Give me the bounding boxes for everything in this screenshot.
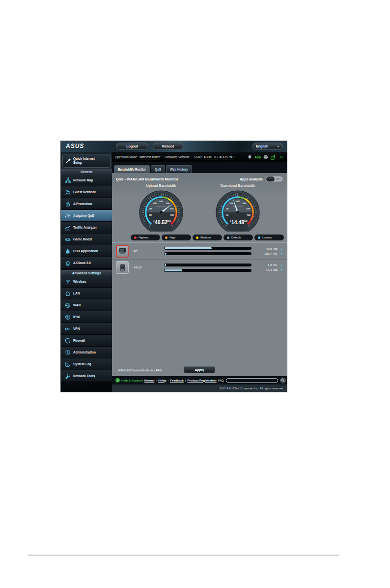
- upload-arrow-icon: ▲: [280, 247, 283, 250]
- svg-text:10M: 10M: [153, 202, 157, 205]
- notification-bell-icon[interactable]: [248, 155, 252, 160]
- svg-text:bits per second: bits per second: [233, 206, 243, 207]
- svg-text:75M: 75M: [247, 214, 251, 216]
- download-bandwidth-gauge: 01M2M10M20M30M50M75M100Mbits per second1…: [208, 189, 267, 234]
- sidebar-section-general: General: [61, 169, 112, 175]
- download-gauge-title: Download Bandwidth: [208, 183, 267, 188]
- apps-analysis-label: Apps analysis: [240, 177, 263, 181]
- globe-icon: [64, 302, 71, 308]
- apply-button[interactable]: Apply: [184, 366, 215, 373]
- sidebar-item-guest-network[interactable]: Guest Network: [61, 186, 112, 198]
- feedback-link[interactable]: Feedback: [170, 379, 184, 382]
- faq-search-input[interactable]: [226, 378, 278, 383]
- download-bar: [164, 269, 251, 272]
- sidebar-item-network-map[interactable]: Network Map: [61, 175, 112, 186]
- sidebar-item-lan[interactable]: LAN: [61, 288, 112, 299]
- footer-bar: ? Help & Support Manual| Utility| Feedba…: [112, 376, 287, 384]
- phone-device-icon[interactable]: [116, 261, 129, 274]
- ssid-5g-link[interactable]: ASUS_5G: [220, 155, 234, 159]
- sidebar-item-system-log[interactable]: System Log: [61, 358, 112, 370]
- tab-web-history[interactable]: Web History: [166, 165, 192, 173]
- sidebar-item-aiprotection[interactable]: AiProtection: [61, 198, 112, 210]
- sidebar-item-game-boost[interactable]: Game Boost: [61, 234, 112, 245]
- puzzle-icon: [64, 248, 71, 254]
- internet-status-icon[interactable]: [271, 155, 276, 160]
- priority-legend: Highest High Medium Default Lowest: [112, 234, 287, 242]
- house-icon: [64, 290, 71, 296]
- svg-text:50M: 50M: [170, 207, 174, 210]
- logout-button[interactable]: Logout: [116, 143, 148, 150]
- device-row-pc: PC 40.5Mb▲ 300.7Kb▼: [112, 243, 287, 259]
- sidebar-item-label: LAN: [73, 292, 80, 295]
- sidebar-item-wan[interactable]: WAN: [61, 299, 112, 311]
- tab-bandwidth-monitor[interactable]: Bandwidth Monitor: [114, 165, 150, 173]
- tab-qos[interactable]: QoS: [151, 165, 165, 173]
- legend-dot: [258, 236, 260, 239]
- svg-text:10M: 10M: [229, 202, 233, 205]
- upload-gauge-title: Upload Bandwidth: [132, 183, 191, 188]
- search-button[interactable]: [280, 378, 286, 383]
- sidebar-item-firewall[interactable]: Firewall: [61, 335, 112, 347]
- svg-text:14.45: 14.45: [231, 220, 244, 225]
- sidebar-item-vpn[interactable]: VPN: [61, 323, 112, 335]
- legend-dot: [227, 236, 229, 239]
- operation-mode-link[interactable]: Wireless router: [139, 155, 160, 159]
- wifi-icon: [64, 278, 71, 285]
- sidebar-item-label: Game Boost: [73, 237, 92, 241]
- svg-text:20M: 20M: [159, 200, 163, 203]
- page-title: QoS - WAN/LAN Bandwidth Monitor: [116, 177, 178, 181]
- download-value: 14.1Mb▼: [251, 268, 283, 271]
- sidebar-item-aicloud[interactable]: AiCloud 2.0: [61, 257, 112, 269]
- download-arrow-icon: ▼: [280, 252, 283, 255]
- sidebar-item-network-tools[interactable]: Network Tools: [61, 370, 112, 382]
- sidebar-item-label: System Log: [73, 362, 91, 366]
- apps-analysis-toggle[interactable]: OFF: [265, 176, 283, 182]
- svg-text:20M: 20M: [236, 200, 240, 203]
- language-selector[interactable]: English ▼: [252, 143, 283, 150]
- printer-icon[interactable]: [263, 155, 268, 159]
- sidebar-section-advanced-settings: Advanced Settings: [61, 270, 112, 276]
- legend-dot: [165, 236, 167, 239]
- manual-link[interactable]: Manual: [144, 379, 155, 382]
- device-name: PC: [134, 250, 164, 253]
- sidebar-item-label: Administration: [73, 351, 96, 354]
- chevron-down-icon: ▼: [277, 145, 279, 148]
- sidebar-item-wireless[interactable]: Wireless: [61, 276, 112, 288]
- sidebar-item-usb-application[interactable]: USB Application: [61, 245, 112, 257]
- product-registration-link[interactable]: Product Registration: [187, 379, 216, 382]
- usb-icon[interactable]: [278, 155, 284, 159]
- sidebar-item-ipv6[interactable]: IPv6: [61, 311, 112, 323]
- sidebar-item-label: Adaptive QoS: [73, 214, 94, 217]
- ssid-2g-link[interactable]: ASUS_2G: [203, 155, 218, 159]
- globe-grid-icon: [64, 314, 71, 320]
- upload-value: 1.6Kb▲: [251, 264, 283, 266]
- sidebar-item-quick-internet-setup[interactable]: Quick InternetSetup: [62, 154, 111, 168]
- upload-bar: [164, 247, 251, 250]
- upload-bar: [164, 264, 251, 266]
- content-panel: QoS - WAN/LAN Bandwidth Monitor Apps ana…: [112, 173, 287, 376]
- top-bar: ASUS Logout Reboot English ▼: [61, 141, 287, 152]
- legend-item-high: High: [162, 235, 191, 240]
- app-badge[interactable]: App: [254, 155, 261, 159]
- sidebar-item-traffic-analyzer[interactable]: Traffic Analyzer: [61, 222, 112, 234]
- help-support-link[interactable]: Help & Support: [121, 379, 143, 382]
- svg-text:75M: 75M: [170, 214, 174, 216]
- bandwidth-monitor-faq-link[interactable]: WAN/LAN Bandwidth Monitor FAQ: [118, 369, 162, 372]
- upload-bandwidth-gauge: 01M2M10M20M30M50M75M100Mbits per second4…: [132, 189, 191, 234]
- svg-text:bits per second: bits per second: [157, 206, 166, 207]
- legend-item-default: Default: [223, 235, 253, 240]
- line-chart-icon: [64, 224, 71, 231]
- upload-value: 40.5Mb▲: [251, 247, 283, 250]
- pc-device-icon[interactable]: [116, 245, 129, 258]
- download-value: 300.7Kb▼: [251, 252, 283, 255]
- svg-text:40.52: 40.52: [155, 220, 167, 225]
- sidebar-item-administration[interactable]: Administration: [61, 347, 112, 358]
- help-icon[interactable]: ?: [115, 378, 120, 382]
- device-list: PC 40.5Mb▲ 300.7Kb▼: [112, 242, 287, 275]
- status-bar: Operation Mode: Wireless router Firmware…: [112, 152, 287, 162]
- utility-link[interactable]: Utility: [158, 379, 167, 382]
- reboot-button[interactable]: Reboot: [153, 143, 183, 150]
- firmware-label: Firmware Version:: [165, 155, 190, 159]
- tab-bar: Bandwidth Monitor QoS Web History: [112, 162, 287, 173]
- sidebar-item-adaptive-qos[interactable]: Adaptive QoS: [61, 210, 112, 222]
